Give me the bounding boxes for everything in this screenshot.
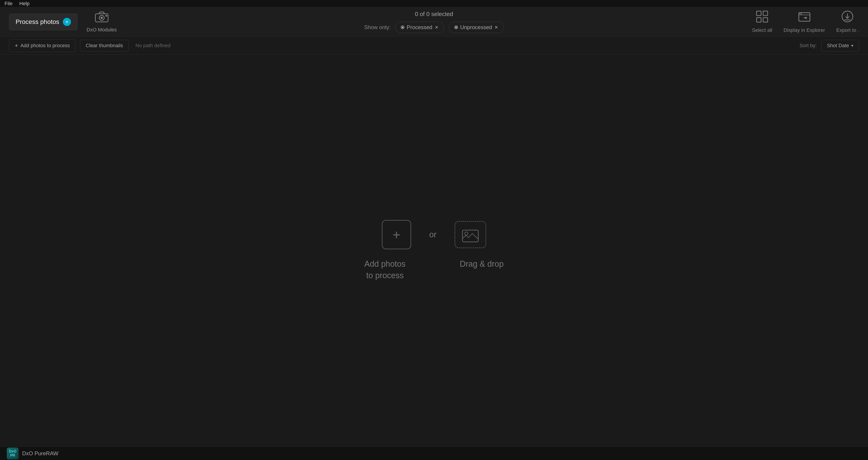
sort-by-label: Sort by:	[800, 43, 817, 48]
unprocessed-dot-icon	[454, 26, 458, 29]
menu-help[interactable]: Help	[19, 1, 29, 6]
camera-icon	[95, 11, 108, 25]
display-in-explorer-label: Display in Explorer	[783, 27, 825, 33]
unprocessed-close-icon: ✕	[494, 25, 498, 30]
svg-rect-7	[763, 18, 768, 22]
processed-label: Processed	[407, 24, 432, 31]
display-in-explorer-icon	[798, 10, 811, 26]
process-photos-button[interactable]: Process photos +	[9, 13, 78, 30]
drag-drop-icon-box	[455, 221, 486, 248]
select-all-button[interactable]: Select all	[752, 10, 772, 33]
status-bar: DxOPR DxO PureRAW	[0, 447, 868, 460]
select-all-icon	[756, 10, 768, 26]
export-to-icon	[841, 10, 854, 26]
add-plus-icon: +	[393, 227, 400, 242]
app-name: DxO PureRAW	[22, 450, 58, 457]
sort-dropdown[interactable]: Shot Date ▾	[821, 40, 859, 52]
show-only-row: Show only: Processed ✕ Unprocessed ✕	[364, 22, 504, 33]
svg-rect-6	[763, 11, 768, 15]
top-toolbar: Process photos + DxO Modules 0 of 0 sele…	[0, 7, 868, 37]
clear-thumbnails-button[interactable]: Clear thumbnails	[80, 40, 129, 52]
clear-thumbnails-label: Clear thumbnails	[86, 43, 123, 48]
add-photos-icon-box[interactable]: +	[382, 220, 411, 249]
add-photos-plus-icon: +	[15, 42, 18, 49]
add-photos-center-label: Add photos to process	[364, 258, 405, 281]
export-to-button[interactable]: Export to .	[836, 10, 859, 33]
menu-bar: File Help	[0, 0, 868, 7]
filter-processed-button[interactable]: Processed ✕	[395, 22, 444, 33]
dxo-modules-button[interactable]: DxO Modules	[87, 11, 117, 33]
drop-zone: + or Add photos to process Drag & drop	[364, 220, 504, 281]
or-text: or	[429, 230, 436, 239]
svg-point-2	[101, 17, 103, 19]
display-in-explorer-button[interactable]: Display in Explorer	[783, 10, 825, 33]
show-only-label: Show only:	[364, 24, 391, 31]
svg-point-11	[465, 232, 468, 235]
toolbar-right: Select all Display in Explorer	[752, 10, 859, 33]
processed-close-icon: ✕	[435, 25, 438, 30]
dxo-modules-label: DxO Modules	[87, 27, 117, 33]
drop-zone-labels: Add photos to process Drag & drop	[364, 258, 504, 281]
selected-count: 0 of 0 selected	[415, 11, 453, 18]
export-to-label: Export to .	[836, 27, 859, 33]
menu-file[interactable]: File	[4, 1, 12, 6]
chevron-down-icon: ▾	[851, 43, 853, 48]
toolbar-center: 0 of 0 selected Show only: Processed ✕ U…	[364, 11, 504, 33]
main-content: + or Add photos to process Drag & drop	[0, 55, 868, 447]
add-photos-label: Add photos to process	[20, 43, 70, 48]
select-all-label: Select all	[752, 27, 772, 33]
add-photos-button[interactable]: + Add photos to process	[9, 39, 75, 52]
second-toolbar: + Add photos to process Clear thumbnails…	[0, 37, 868, 55]
unprocessed-label: Unprocessed	[460, 24, 492, 31]
app-logo-icon: DxOPR	[7, 448, 19, 459]
svg-rect-4	[756, 11, 761, 15]
no-path-label: No path defined	[135, 43, 170, 48]
svg-rect-5	[756, 18, 761, 22]
processed-dot-icon	[401, 26, 404, 29]
svg-rect-3	[105, 15, 107, 17]
process-photos-label: Process photos	[16, 18, 59, 26]
process-photos-plus-icon: +	[63, 18, 71, 26]
filter-unprocessed-button[interactable]: Unprocessed ✕	[449, 22, 504, 33]
sort-by-section: Sort by: Shot Date ▾	[800, 40, 859, 52]
drop-zone-icons: + or	[382, 220, 486, 249]
sort-value: Shot Date	[827, 43, 849, 48]
drag-drop-center-label: Drag & drop	[460, 258, 504, 270]
app-logo: DxOPR DxO PureRAW	[7, 448, 58, 459]
